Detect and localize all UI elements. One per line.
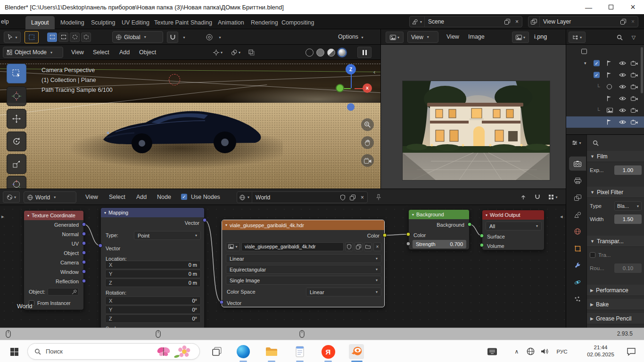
properties-search-button[interactable] [591, 138, 600, 148]
node-background[interactable]: ▾ Background Background Color Strength 0… [408, 209, 470, 250]
node-header[interactable]: ▾ World Output [482, 210, 544, 220]
zoom-button[interactable] [361, 118, 374, 131]
tab-output-properties[interactable] [569, 173, 586, 188]
outliner-row-collection[interactable]: ▾ ✓ [566, 58, 644, 69]
outliner[interactable]: ▾ ✓ ✓ └ └ [566, 45, 644, 134]
width-field[interactable]: 1.50 [614, 214, 642, 224]
image-menu-view[interactable]: View [444, 29, 462, 45]
hide-render-icon[interactable] [631, 96, 638, 101]
snap-settings-dropdown[interactable]: ▾ [179, 32, 188, 43]
render-pause-button[interactable] [357, 47, 372, 58]
output-target-dropdown[interactable]: All ▾ [486, 222, 542, 230]
copy-world-button[interactable] [347, 192, 357, 203]
rotation-y-field[interactable]: Y0° [105, 305, 201, 314]
location-y-field[interactable]: Y0 m [105, 270, 201, 278]
snapping-button[interactable] [532, 192, 543, 202]
exposure-field[interactable]: 1.00 [614, 165, 642, 175]
tray-volume-button[interactable] [538, 340, 551, 362]
options-dropdown[interactable]: Options ▾ [336, 29, 366, 45]
taskbar-clock[interactable]: 21:44 02.06.2025 [582, 344, 619, 358]
file-explorer-button[interactable] [264, 344, 279, 359]
workspace-tab-layout[interactable]: Layout [25, 16, 55, 29]
select-mode-circle[interactable] [70, 33, 80, 42]
yandex-browser-button[interactable]: Я [321, 344, 336, 359]
hide-render-icon[interactable] [631, 84, 638, 89]
exclude-icon[interactable] [607, 119, 611, 125]
shader-editor-type-button[interactable]: ▾ [3, 191, 20, 203]
overlays-dropdown[interactable]: ▾ [228, 47, 244, 58]
collapse-icon[interactable]: ▾ [104, 211, 106, 215]
use-nodes-checkbox[interactable]: ✓ [181, 194, 187, 200]
gizmo-x-axis[interactable]: X [363, 83, 372, 93]
open-image-button[interactable] [364, 242, 372, 251]
node-world-output[interactable]: ▾ World Output All ▾ Surface Volume [482, 210, 545, 250]
panel-film[interactable]: ▼ Film [587, 151, 644, 162]
view-layer-icon-button[interactable] [528, 16, 540, 27]
hide-viewport-icon[interactable] [619, 61, 626, 66]
unlink-image-button[interactable]: × [373, 242, 381, 251]
object-picker-field[interactable] [48, 288, 79, 296]
fake-user-button[interactable] [345, 242, 353, 251]
outliner-row-scene-collection[interactable] [566, 46, 644, 57]
color-space-dropdown[interactable]: Linear ▾ [306, 288, 381, 296]
notepad-button[interactable] [292, 344, 307, 359]
interpolation-dropdown[interactable]: Linear ▾ [226, 254, 381, 263]
node-header[interactable]: ▾ Mapping [101, 208, 204, 217]
gizmo-z-axis[interactable]: Z [346, 64, 356, 74]
rotation-z-field[interactable]: Z0° [105, 314, 201, 323]
socket-volume-in[interactable] [480, 243, 484, 247]
panel-bake[interactable]: ▶ Bake [587, 299, 644, 310]
socket-background-color-in[interactable] [406, 232, 411, 237]
location-x-field[interactable]: X0 m [105, 261, 201, 269]
shader-editor-canvas[interactable]: ▸ ◂ World ▾ Texture Coordinate Generated… [0, 205, 566, 328]
taskbar-search[interactable]: Поиск [27, 343, 200, 360]
socket-reflection[interactable] [82, 279, 86, 283]
parent-node-tree-button[interactable] [518, 192, 529, 202]
shading-material-button[interactable] [327, 49, 335, 57]
select-mode-tweak[interactable] [47, 33, 57, 42]
tab-physics-properties[interactable] [569, 275, 586, 289]
properties-editor-type-button[interactable]: ▾ [568, 138, 585, 148]
tab-render-properties[interactable] [569, 156, 586, 171]
scene-name-field[interactable]: Scene [425, 18, 502, 25]
tab-view-layer-properties[interactable] [569, 190, 586, 205]
select-mode-box[interactable] [58, 33, 68, 42]
world-name-field[interactable]: World [252, 194, 338, 201]
shading-rendered-button[interactable] [338, 49, 346, 57]
menu-help-partial[interactable]: elp [0, 14, 9, 29]
tab-object-properties[interactable] [569, 241, 586, 255]
hide-viewport-icon[interactable] [619, 108, 626, 113]
tool-cursor[interactable] [7, 86, 26, 106]
socket-background-out[interactable] [468, 222, 472, 227]
task-view-button[interactable] [209, 344, 224, 359]
tool-move[interactable] [7, 109, 26, 129]
region-toggle-right[interactable]: ◂ [560, 214, 563, 220]
image-name-field[interactable]: viale_giuseppe_garibaldi_4k.hdr [241, 242, 344, 251]
browse-scene-button[interactable]: ▾ [410, 16, 425, 27]
collapse-icon[interactable]: ▾ [27, 214, 29, 218]
panel-pixel-filter[interactable]: ▼ Pixel Filter [587, 187, 644, 198]
active-tool-dropdown[interactable]: ▾ [4, 32, 21, 43]
tab-modifier-properties[interactable] [569, 258, 586, 272]
unlink-scene-button[interactable]: × [512, 16, 522, 27]
socket-uv[interactable] [82, 241, 86, 246]
image-editor[interactable] [380, 45, 566, 189]
hide-render-icon[interactable] [631, 108, 638, 113]
browse-image-button[interactable]: ▾ [226, 242, 240, 251]
socket-generated[interactable] [82, 222, 86, 227]
mapping-type-dropdown[interactable]: Point ▾ [134, 231, 201, 240]
node-header[interactable]: ▾ Texture Coordinate [24, 211, 83, 220]
socket-object[interactable] [82, 251, 86, 255]
location-z-field[interactable]: Z0 m [105, 279, 201, 287]
browse-image-button[interactable]: ▾ [512, 32, 529, 43]
hide-render-icon[interactable] [631, 61, 638, 66]
hide-render-icon[interactable] [631, 73, 638, 77]
snap-toggle-button[interactable] [167, 32, 178, 43]
proportional-falloff-dropdown[interactable]: ▾ [215, 32, 223, 43]
outliner-filter-button[interactable]: ▽ [628, 32, 639, 43]
tray-network-button[interactable] [524, 340, 537, 362]
socket-normal[interactable] [82, 232, 86, 236]
minimize-button[interactable]: — [578, 0, 600, 14]
new-scene-button[interactable] [502, 16, 512, 27]
pin-button[interactable] [373, 192, 384, 202]
